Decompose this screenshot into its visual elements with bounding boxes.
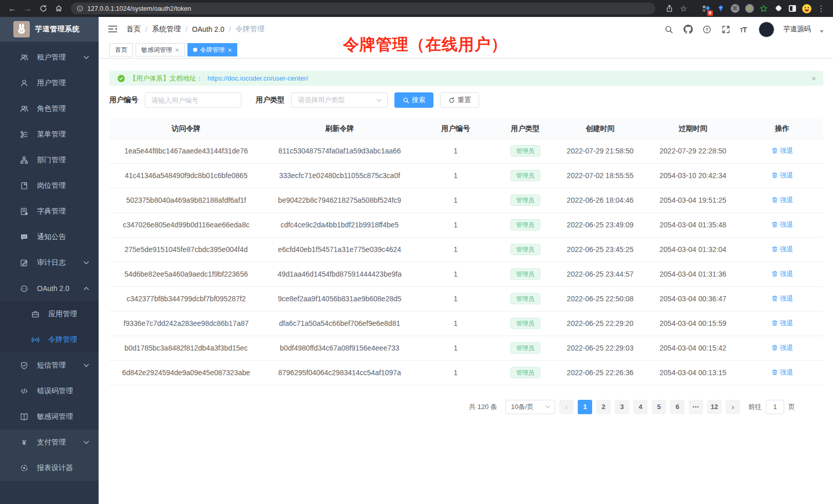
record-extension-icon[interactable]	[744, 3, 755, 14]
page-size-select[interactable]: 10条/页	[505, 400, 555, 414]
page-button-2[interactable]: 2	[596, 400, 611, 414]
fullscreen-icon[interactable]	[721, 24, 731, 34]
sidebar-item-oauth2[interactable]: OAuth 2.0	[0, 276, 99, 301]
force-logout-button[interactable]: 强退	[771, 368, 793, 377]
share-icon[interactable]	[664, 3, 675, 14]
force-logout-button[interactable]: 强退	[771, 220, 793, 229]
github-icon[interactable]	[683, 24, 693, 34]
font-size-icon[interactable]: TT	[740, 25, 747, 34]
tab-敏感词管理[interactable]: 敏感词管理×	[136, 43, 185, 56]
user-type-select[interactable]: 请选择用户类型	[291, 92, 388, 108]
collapse-sidebar-icon[interactable]	[108, 24, 118, 34]
page-button-6[interactable]: 6	[670, 400, 685, 414]
sidebar-item-label: 租户管理	[37, 53, 73, 62]
sidebar: 芋道管理系统 租户管理用户管理角色管理菜单管理部门管理岗位管理字典管理通知公告审…	[0, 17, 99, 504]
extensions-puzzle-icon[interactable]	[772, 3, 784, 14]
sidebar-item-token[interactable]: 令牌管理	[0, 327, 99, 353]
sidebar-item-dict[interactable]: 字典管理	[0, 199, 99, 224]
diamond-extension-icon[interactable]	[715, 3, 726, 14]
user-type-badge: 管理员	[510, 170, 540, 181]
refresh-token-cell: be90422b8c7946218275a508bf524fc9	[263, 188, 416, 212]
url-text[interactable]: 127.0.0.1:1024/system/oauth2/token	[87, 5, 191, 12]
force-logout-button[interactable]: 强退	[771, 343, 793, 353]
user-type-cell: 管理员	[495, 286, 556, 311]
force-logout-label: 强退	[780, 319, 793, 328]
refresh-token-cell: b0df4980ffd34c67a08f9156e4eee733	[263, 336, 416, 360]
breadcrumb-separator: /	[145, 25, 147, 33]
breadcrumb-item[interactable]: 首页	[126, 25, 141, 34]
sidebar-item-sms[interactable]: 短信管理	[0, 353, 99, 378]
sidebar-item-errcode[interactable]: 错误码管理	[0, 378, 99, 404]
page-button-12[interactable]: 12	[707, 400, 722, 414]
force-logout-button[interactable]: 强退	[771, 171, 793, 180]
column-header: 用户编号	[416, 119, 495, 139]
sidebar-item-tenant[interactable]: 租户管理	[0, 45, 99, 70]
sidebar-item-oauth-app[interactable]: 应用管理	[0, 301, 99, 327]
refresh-token-cell: dfa6c71a50a54c66bef706ef9e6e8d81	[263, 311, 416, 336]
report-icon	[20, 464, 28, 473]
column-header: 用户类型	[495, 119, 556, 139]
user-avatar[interactable]	[759, 22, 774, 37]
browser-back-icon[interactable]: ←	[6, 3, 18, 15]
force-logout-button[interactable]: 强退	[771, 319, 793, 328]
tab-首页[interactable]: 首页	[109, 43, 133, 56]
search-button[interactable]: 搜索	[394, 92, 433, 108]
sidebar-item-sensitive[interactable]: 敏感词管理	[0, 404, 99, 430]
browser-menu-icon[interactable]: ⋮	[816, 3, 827, 14]
pager-more-button[interactable]: •••	[689, 400, 703, 414]
force-logout-button[interactable]: 强退	[771, 269, 793, 279]
page-button-1[interactable]: 1	[578, 400, 592, 414]
profile-avatar-icon[interactable]	[801, 3, 812, 14]
close-icon[interactable]: ×	[175, 47, 179, 53]
sidebar-item-post[interactable]: 岗位管理	[0, 173, 99, 199]
reset-button[interactable]: 重置	[440, 92, 479, 108]
force-logout-button[interactable]: 强退	[771, 245, 793, 254]
sidebar-item-role[interactable]: 角色管理	[0, 96, 99, 122]
refresh-token-cell: 333ecfc71e02480cb11055c875c3ca0f	[263, 163, 416, 188]
tab-令牌管理[interactable]: 令牌管理×	[187, 43, 238, 56]
app-logo[interactable]: 芋道管理系统	[0, 17, 99, 42]
tags-view-bar: 首页敏感词管理×令牌管理×	[99, 42, 833, 59]
address-bar[interactable]: 127.0.0.1:1024/system/oauth2/token	[71, 3, 655, 14]
breadcrumb-item[interactable]: 系统管理	[152, 25, 181, 34]
page-button-5[interactable]: 5	[652, 400, 666, 414]
site-info-icon[interactable]	[77, 5, 83, 12]
user-id-input[interactable]	[145, 92, 241, 108]
browser-reload-icon[interactable]	[37, 3, 49, 15]
browser-home-icon[interactable]	[52, 3, 65, 15]
page-button-3[interactable]: 3	[615, 400, 629, 414]
sidebar-item-menu[interactable]: 菜单管理	[0, 122, 99, 147]
browser-forward-icon[interactable]: →	[22, 3, 34, 15]
user-type-badge: 管理员	[510, 367, 540, 378]
force-logout-label: 强退	[780, 294, 793, 303]
sidebar-item-notice[interactable]: 通知公告	[0, 224, 99, 250]
help-icon[interactable]: ?	[702, 24, 712, 34]
goto-page-input[interactable]	[766, 400, 784, 414]
sidebar-item-pay[interactable]: ¥支付管理	[0, 430, 99, 455]
sidebar-item-audit[interactable]: 审计日志	[0, 250, 99, 276]
user-menu-caret-icon[interactable]	[820, 30, 824, 33]
user-type-cell: 管理员	[495, 336, 556, 360]
search-icon[interactable]	[664, 24, 674, 34]
sidebar-item-dept[interactable]: 部门管理	[0, 147, 99, 173]
sidebar-item-user[interactable]: 用户管理	[0, 70, 99, 96]
doc-link[interactable]: https://doc.iocoder.cn/user-center/	[207, 74, 308, 82]
table-row: 54d6be82ee5a460a9aedc1f9bf22365649d1aa46…	[109, 262, 823, 286]
split-view-icon[interactable]	[787, 3, 798, 14]
password-extension-icon[interactable]: 9	[701, 3, 712, 14]
close-icon[interactable]: ×	[228, 47, 232, 53]
command-extension-icon[interactable]: ⌘	[729, 3, 741, 14]
force-logout-button[interactable]: 强退	[771, 196, 793, 205]
breadcrumb-item[interactable]: OAuth 2.0	[192, 25, 224, 33]
sidebar-item-report[interactable]: 报表设计器	[0, 455, 99, 481]
bookmark-star-icon[interactable]: ☆	[678, 3, 689, 14]
page-button-4[interactable]: 4	[633, 400, 648, 414]
green-star-extension-icon[interactable]	[758, 3, 769, 14]
token-table: 访问令牌刷新令牌用户编号用户类型创建时间过期时间操作 1ea5e44f8bc14…	[109, 119, 823, 385]
prev-page-button[interactable]: ‹	[559, 400, 574, 414]
alert-close-icon[interactable]: ×	[811, 74, 816, 83]
username-text[interactable]: 芋道源码	[783, 25, 811, 34]
next-page-button[interactable]: ›	[726, 400, 740, 414]
force-logout-button[interactable]: 强退	[771, 294, 793, 303]
force-logout-button[interactable]: 强退	[771, 146, 793, 156]
